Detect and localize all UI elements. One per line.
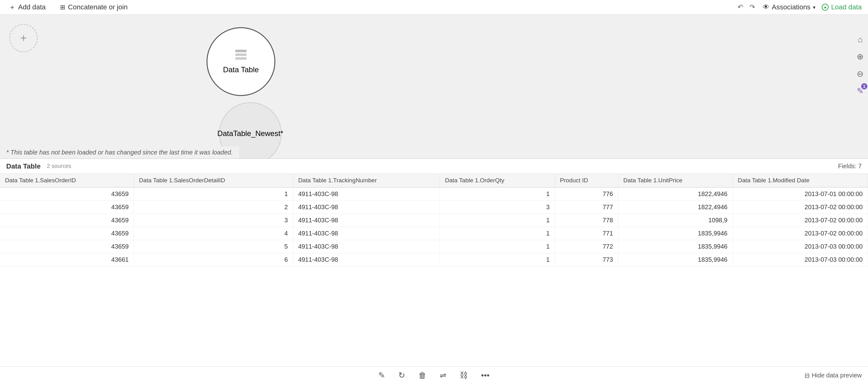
table-row: 4365954911-403C-9817721835,99462013-07-0… — [0, 240, 868, 253]
link-button[interactable]: ⛓ — [458, 369, 470, 382]
table-cell: 6 — [134, 253, 293, 266]
right-panel: ⌂ ⊕ ⊖ ✎ 1 — [856, 33, 865, 97]
table-cell: 1 — [440, 253, 555, 266]
preview-header: Data Table 2 sources Fields: 7 — [0, 159, 868, 174]
col-tracking-number: Data Table 1.TrackingNumber — [293, 174, 440, 187]
canvas[interactable]: + Data Table DataTable_Newest* — [0, 15, 868, 159]
table-cell: 2013-07-03 00:00:00 — [733, 240, 868, 253]
redo-button[interactable]: ↷ — [748, 2, 756, 12]
table-cell: 1098,9 — [618, 214, 733, 227]
col-unit-price: Data Table 1.UnitPrice — [618, 174, 733, 187]
table-cell: 43659 — [0, 227, 134, 240]
table-header-row: Data Table 1.SalesOrderID Data Table 1.S… — [0, 174, 868, 187]
datatable-newest-label: DataTable_Newest* — [217, 129, 283, 138]
eye-icon: 👁 — [763, 3, 769, 11]
load-data-circle-icon: ● — [822, 4, 829, 11]
undo-button[interactable]: ↶ — [736, 2, 744, 12]
svg-rect-0 — [235, 50, 247, 52]
data-preview: Data Table 2 sources Fields: 7 Data Tabl… — [0, 159, 868, 384]
delete-button[interactable]: 🗑 — [416, 369, 428, 382]
refresh-button[interactable]: ↻ — [397, 369, 407, 382]
table-cell: 4911-403C-98 — [293, 227, 440, 240]
plus-icon: ＋ — [9, 2, 16, 12]
load-data-label: Load data — [831, 3, 862, 11]
table-cell: 1835,9946 — [618, 227, 733, 240]
col-order-qty: Data Table 1.OrderQty — [440, 174, 555, 187]
table-cell: 2 — [134, 201, 293, 214]
table-cell: 777 — [555, 201, 618, 214]
table-cell: 4911-403C-98 — [293, 201, 440, 214]
table-cell: 1822,4946 — [618, 201, 733, 214]
table-cell: 771 — [555, 227, 618, 240]
svg-rect-2 — [235, 57, 247, 60]
associations-button[interactable]: 👁 Associations ▾ — [763, 3, 816, 11]
add-data-button[interactable]: ＋ Add data — [6, 1, 48, 13]
preview-title: Data Table — [6, 162, 41, 170]
badge-count: 1 — [861, 83, 867, 90]
add-data-label: Add data — [18, 3, 46, 11]
bottom-toolbar: ✎ ↻ 🗑 ⇌ ⛓ ••• ⊟ Hide data preview — [0, 366, 868, 384]
concatenate-label: Concatenate or join — [68, 3, 128, 11]
table-cell: 2013-07-02 00:00:00 — [733, 214, 868, 227]
home-icon-button[interactable]: ⌂ — [857, 33, 864, 46]
table-cell: 43659 — [0, 214, 134, 227]
edit-bottom-button[interactable]: ✎ — [376, 369, 387, 382]
columns-button[interactable]: ⇌ — [438, 369, 448, 382]
table-cell: 773 — [555, 253, 618, 266]
add-table-circle[interactable]: + — [9, 24, 37, 52]
table-cell: 1835,9946 — [618, 253, 733, 266]
table-cell: 43659 — [0, 187, 134, 201]
hide-preview-icon: ⊟ — [804, 372, 810, 379]
table-cell: 1 — [440, 240, 555, 253]
col-product-id: Product ID — [555, 174, 618, 187]
table-cell: 43661 — [0, 253, 134, 266]
toolbar-left: ＋ Add data ⊞ Concatenate or join — [6, 1, 736, 13]
add-circle-icon: + — [20, 32, 27, 45]
table-row: 4366164911-403C-9817731835,99462013-07-0… — [0, 253, 868, 266]
table-cell: 2013-07-02 00:00:00 — [733, 227, 868, 240]
table-cell: 4911-403C-98 — [293, 187, 440, 201]
table-header: Data Table 1.SalesOrderID Data Table 1.S… — [0, 174, 868, 187]
table-cell: 2013-07-02 00:00:00 — [733, 201, 868, 214]
col-sales-order-detail-id: Data Table 1.SalesOrderDetailID — [134, 174, 293, 187]
load-data-button[interactable]: ● Load data — [822, 3, 862, 11]
concatenate-join-button[interactable]: ⊞ Concatenate or join — [58, 2, 130, 12]
edit-badge-button[interactable]: ✎ 1 — [856, 85, 865, 97]
table-cell: 43659 — [0, 240, 134, 253]
data-table: Data Table 1.SalesOrderID Data Table 1.S… — [0, 174, 868, 266]
table-cell: 3 — [134, 214, 293, 227]
chevron-down-icon: ▾ — [813, 4, 815, 10]
more-options-button[interactable]: ••• — [479, 369, 491, 382]
preview-sources: 2 sources — [47, 163, 71, 169]
table-row: 4365914911-403C-9817761822,49462013-07-0… — [0, 187, 868, 201]
zoom-in-icon-button[interactable]: ⊕ — [856, 51, 865, 63]
warning-text: * This table has not been loaded or has … — [0, 146, 239, 159]
table-cell: 5 — [134, 240, 293, 253]
table-cell: 4 — [134, 227, 293, 240]
table-cell: 1 — [440, 214, 555, 227]
table-cell: 1822,4946 — [618, 187, 733, 201]
hide-preview-label: Hide data preview — [812, 372, 862, 379]
undo-redo-group: ↶ ↷ — [736, 2, 756, 12]
preview-fields: Fields: 7 — [838, 163, 862, 170]
table-cell: 1 — [440, 187, 555, 201]
table-cell: 2013-07-03 00:00:00 — [733, 253, 868, 266]
col-sales-order-id: Data Table 1.SalesOrderID — [0, 174, 134, 187]
table-cell: 4911-403C-98 — [293, 253, 440, 266]
data-table-container[interactable]: Data Table 1.SalesOrderID Data Table 1.S… — [0, 174, 868, 366]
col-modified-date: Data Table 1.Modified Date — [733, 174, 868, 187]
table-cell: 43659 — [0, 201, 134, 214]
table-cell: 778 — [555, 214, 618, 227]
hide-preview-button[interactable]: ⊟ Hide data preview — [804, 372, 862, 379]
zoom-out-icon-button[interactable]: ⊖ — [856, 68, 865, 80]
associations-label: Associations — [772, 3, 811, 11]
table-cell: 1835,9946 — [618, 240, 733, 253]
table-body: 4365914911-403C-9817761822,49462013-07-0… — [0, 187, 868, 266]
data-table-node[interactable]: Data Table — [207, 27, 275, 96]
data-table-node-icon — [235, 49, 247, 63]
table-row: 4365924911-403C-9837771822,49462013-07-0… — [0, 201, 868, 214]
table-row: 4365944911-403C-9817711835,99462013-07-0… — [0, 227, 868, 240]
toolbar-right: ↶ ↷ 👁 Associations ▾ ● Load data — [736, 2, 862, 12]
table-cell: 776 — [555, 187, 618, 201]
table-cell: 2013-07-01 00:00:00 — [733, 187, 868, 201]
